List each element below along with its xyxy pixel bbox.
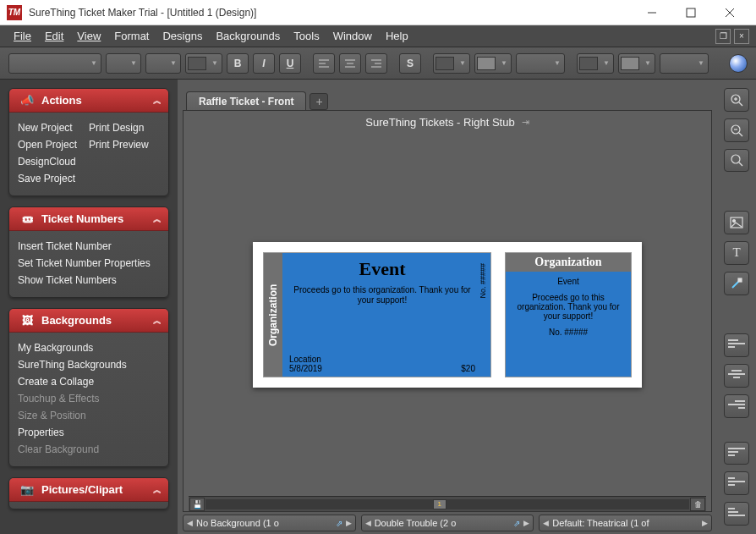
menu-edit[interactable]: Edit xyxy=(38,27,70,45)
ticket-stub[interactable]: Organization Event Proceeds go to this o… xyxy=(505,252,632,377)
font-size-combo[interactable]: ▼ xyxy=(106,53,141,74)
prev-arrow-icon[interactable]: ◀ xyxy=(187,519,193,527)
link-ticket-number-properties[interactable]: Set Ticket Number Properties xyxy=(18,255,160,272)
link-bg-properties[interactable]: Properties xyxy=(18,424,160,441)
menu-format[interactable]: Format xyxy=(107,27,156,45)
ticket-date: 5/8/2019 xyxy=(289,364,322,373)
menu-bar: File Edit View Format Designs Background… xyxy=(0,25,756,47)
font-family-combo[interactable]: ▼ xyxy=(8,53,101,74)
align-center-button[interactable] xyxy=(339,53,361,74)
zoom-fit-button[interactable] xyxy=(724,149,749,173)
mdi-close-icon[interactable]: × xyxy=(734,29,749,44)
zoom-out-button[interactable] xyxy=(724,118,749,142)
panel-actions: 📣 Actions ︽ New Project Print Design Ope… xyxy=(8,88,169,196)
panel-backgrounds-header[interactable]: 🖼 Backgrounds ︽ xyxy=(9,309,168,333)
next-arrow-icon[interactable]: ▶ xyxy=(523,519,529,527)
link-open-project[interactable]: Open Project xyxy=(18,136,89,153)
font-color-swatch[interactable]: ▼ xyxy=(185,53,222,74)
design-surface[interactable]: Organization Event Proceeds go to this o… xyxy=(184,134,711,496)
shadow-button[interactable]: S xyxy=(399,53,421,74)
link-print-design[interactable]: Print Design xyxy=(89,119,160,136)
ticket-org-strip: Organization xyxy=(264,253,282,377)
link-surething-backgrounds[interactable]: SureThing Backgrounds xyxy=(18,356,160,373)
save-page-icon[interactable]: 💾 xyxy=(189,498,205,511)
link-print-preview[interactable]: Print Preview xyxy=(89,136,160,153)
align-right-button[interactable] xyxy=(365,53,387,74)
bold-button[interactable]: B xyxy=(227,53,249,74)
align-left-tool[interactable] xyxy=(724,333,749,357)
align-center-v-tool[interactable] xyxy=(724,471,749,495)
ticket-description: Proceeds go to this organization. Thank … xyxy=(289,285,475,306)
fill-color-swatch[interactable]: ▼ xyxy=(433,53,470,74)
svg-rect-25 xyxy=(738,278,742,282)
ticket-main[interactable]: Organization Event Proceeds go to this o… xyxy=(263,252,491,377)
sidebar: 📣 Actions ︽ New Project Print Design Ope… xyxy=(0,80,178,534)
picture-icon: 🖼 xyxy=(16,311,38,330)
menu-help[interactable]: Help xyxy=(379,27,415,45)
text-tool-button[interactable]: T xyxy=(724,241,749,265)
link-show-ticket-numbers[interactable]: Show Ticket Numbers xyxy=(18,272,160,289)
eyedropper-tool-button[interactable] xyxy=(724,272,749,295)
svg-point-23 xyxy=(733,220,736,223)
tool-rail: T xyxy=(717,80,756,534)
minimize-button[interactable] xyxy=(633,0,671,25)
link-my-backgrounds[interactable]: My Backgrounds xyxy=(18,339,160,356)
page-scroller[interactable]: 💾 1 🗑 xyxy=(189,496,706,511)
page-thumb[interactable]: 1 xyxy=(433,499,446,509)
stub-event: Event xyxy=(514,277,622,286)
panel-ticketnums-header[interactable]: 🎟 Ticket Numbers ︽ xyxy=(9,207,168,231)
menu-file[interactable]: File xyxy=(7,27,38,45)
panel-clipart-header[interactable]: 📷 Pictures/Clipart ︽ xyxy=(9,478,168,502)
shape-line-swatch[interactable]: ▼ xyxy=(618,53,655,74)
next-arrow-icon[interactable]: ▶ xyxy=(346,519,352,527)
link-icon: ⇗ xyxy=(336,519,342,528)
link-insert-ticket-number[interactable]: Insert Ticket Number xyxy=(18,238,160,255)
align-center-h-tool[interactable] xyxy=(724,364,749,388)
underline-button[interactable]: U xyxy=(279,53,301,74)
megaphone-icon: 📣 xyxy=(16,91,38,110)
image-tool-button[interactable] xyxy=(724,211,749,234)
svg-line-21 xyxy=(739,162,742,166)
link-designcloud[interactable]: DesignCloud xyxy=(18,153,89,170)
close-button[interactable] xyxy=(710,0,749,25)
menu-tools[interactable]: Tools xyxy=(287,27,326,45)
ticket-page: Organization Event Proceeds go to this o… xyxy=(253,242,642,388)
line-color-swatch[interactable]: ▼ xyxy=(474,53,512,74)
shape-fill-swatch[interactable]: ▼ xyxy=(577,53,614,74)
align-left-button[interactable] xyxy=(313,53,335,74)
stub-number: No. ##### xyxy=(514,328,622,337)
line-weight-combo[interactable]: ▼ xyxy=(516,53,565,74)
mdi-restore-icon[interactable]: ❐ xyxy=(715,29,731,44)
link-create-collage[interactable]: Create a Collage xyxy=(18,373,160,390)
maximize-button[interactable] xyxy=(671,0,710,25)
menu-backgrounds[interactable]: Backgrounds xyxy=(209,27,287,45)
menu-window[interactable]: Window xyxy=(326,27,379,45)
italic-button[interactable]: I xyxy=(253,53,275,74)
next-arrow-icon[interactable]: ▶ xyxy=(702,519,708,527)
tab-raffle-front[interactable]: Raffle Ticket - Front xyxy=(186,91,306,110)
align-bottom-tool[interactable] xyxy=(724,502,749,526)
panel-actions-header[interactable]: 📣 Actions ︽ xyxy=(9,89,168,113)
prev-arrow-icon[interactable]: ◀ xyxy=(543,519,549,527)
zoom-in-button[interactable] xyxy=(724,88,749,112)
menu-view[interactable]: View xyxy=(70,27,107,45)
template-selector[interactable]: ◀ Default: Theatrical (1 of ▶ xyxy=(539,515,712,531)
add-tab-button[interactable]: + xyxy=(310,93,328,110)
align-right-tool[interactable] xyxy=(724,394,749,418)
delete-page-icon[interactable]: 🗑 xyxy=(690,498,705,511)
svg-line-14 xyxy=(739,102,742,106)
link-new-project[interactable]: New Project xyxy=(18,119,89,136)
background-selector[interactable]: ◀ No Background (1 o ⇗ ▶ xyxy=(183,515,356,531)
globe-icon[interactable] xyxy=(729,54,748,73)
font-style-combo[interactable]: ▼ xyxy=(145,53,181,74)
link-save-project[interactable]: Save Project xyxy=(18,170,89,187)
menu-designs[interactable]: Designs xyxy=(156,27,209,45)
align-top-tool[interactable] xyxy=(724,442,749,465)
camera-icon: 📷 xyxy=(16,481,38,499)
stub-desc: Proceeds go to this organization. Thank … xyxy=(514,293,622,321)
ticket-number-side: No. ##### xyxy=(479,263,487,299)
prev-arrow-icon[interactable]: ◀ xyxy=(365,519,371,527)
shape-weight-combo[interactable]: ▼ xyxy=(660,53,709,74)
layout-selector[interactable]: ◀ Double Trouble (2 o ⇗ ▶ xyxy=(361,515,534,531)
chevron-up-icon: ︽ xyxy=(153,95,162,107)
